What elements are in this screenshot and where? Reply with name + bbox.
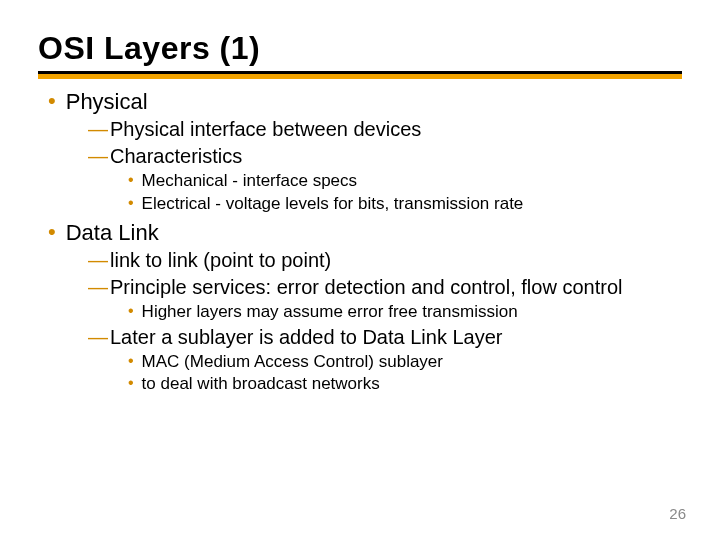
bullet-icon: • bbox=[128, 373, 134, 393]
list-item-label: Physical bbox=[66, 89, 148, 115]
bullet-icon: • bbox=[48, 220, 56, 244]
list-item: — Characteristics bbox=[88, 144, 682, 169]
title-rule-orange bbox=[38, 74, 682, 79]
list-item-label: Physical interface between devices bbox=[110, 117, 421, 142]
list-item: • Higher layers may assume error free tr… bbox=[128, 301, 682, 322]
list-item: — Physical interface between devices bbox=[88, 117, 682, 142]
list-item: • Mechanical - interface specs bbox=[128, 170, 682, 191]
page-number: 26 bbox=[669, 505, 686, 522]
bullet-icon: • bbox=[128, 301, 134, 321]
slide-title: OSI Layers (1) bbox=[38, 30, 682, 67]
dash-icon: — bbox=[88, 325, 108, 350]
list-item: — Principle services: error detection an… bbox=[88, 275, 682, 300]
list-item-label: Later a sublayer is added to Data Link L… bbox=[110, 325, 502, 350]
list-item-label: Characteristics bbox=[110, 144, 242, 169]
dash-icon: — bbox=[88, 144, 108, 169]
list-item: • Data Link bbox=[48, 220, 682, 246]
list-item: — link to link (point to point) bbox=[88, 248, 682, 273]
list-item-label: MAC (Medium Access Control) sublayer bbox=[142, 351, 443, 372]
bullet-icon: • bbox=[128, 170, 134, 190]
list-item: • to deal with broadcast networks bbox=[128, 373, 682, 394]
list-item-label: Electrical - voltage levels for bits, tr… bbox=[142, 193, 524, 214]
list-item-label: to deal with broadcast networks bbox=[142, 373, 380, 394]
dash-icon: — bbox=[88, 275, 108, 300]
list-item: • Electrical - voltage levels for bits, … bbox=[128, 193, 682, 214]
bullet-icon: • bbox=[128, 193, 134, 213]
list-item-label: Principle services: error detection and … bbox=[110, 275, 622, 300]
dash-icon: — bbox=[88, 248, 108, 273]
list-item: • MAC (Medium Access Control) sublayer bbox=[128, 351, 682, 372]
bullet-icon: • bbox=[128, 351, 134, 371]
list-item-label: Higher layers may assume error free tran… bbox=[142, 301, 518, 322]
dash-icon: — bbox=[88, 117, 108, 142]
list-item-label: Mechanical - interface specs bbox=[142, 170, 357, 191]
list-item-label: link to link (point to point) bbox=[110, 248, 331, 273]
list-item: • Physical bbox=[48, 89, 682, 115]
list-item-label: Data Link bbox=[66, 220, 159, 246]
bullet-icon: • bbox=[48, 89, 56, 113]
list-item: — Later a sublayer is added to Data Link… bbox=[88, 325, 682, 350]
